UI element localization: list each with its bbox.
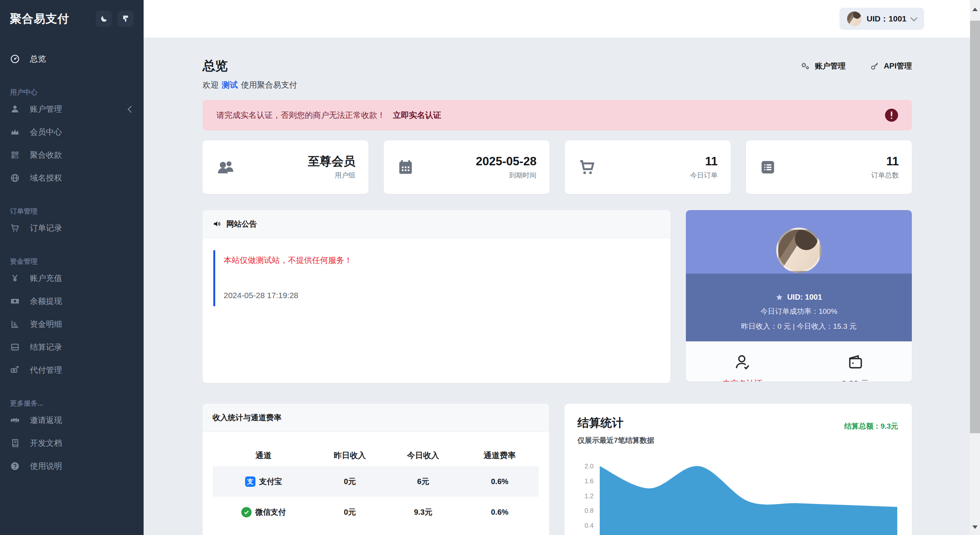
cart-icon (10, 223, 20, 233)
column-header: 今日收入 (386, 445, 461, 466)
sidebar-item-overview[interactable]: 总览 (0, 47, 144, 70)
svg-text:0.8: 0.8 (584, 507, 594, 514)
sidebar-item-label: 域名授权 (30, 173, 62, 183)
sidebar: 聚合易支付 总览 用户中心 (0, 0, 144, 535)
sidebar-item-label: 结算记录 (30, 342, 62, 352)
wechat-icon (241, 507, 252, 517)
alipay-icon: 支 (245, 476, 255, 487)
welcome-line: 欢迎 测试 使用聚合易支付 (203, 79, 912, 91)
sidebar-item-settlement-records[interactable]: 结算记录 (0, 336, 144, 359)
sidebar-item-label: 资金明细 (30, 319, 62, 329)
stat-card-expiry: 2025-05-28 到期时间 (384, 140, 550, 194)
user-menu-button[interactable]: UID：1001 (839, 8, 924, 30)
yesterday-income: 0元 (314, 466, 386, 497)
income-table: 通道 昨日收入 今日收入 通道费率 支 (213, 445, 539, 527)
sidebar-item-invite-rebate[interactable]: 邀请返现 (0, 409, 144, 432)
list-icon (759, 158, 777, 176)
sidebar-item-recharge[interactable]: 账户充值 (0, 267, 144, 290)
payout-icon (10, 365, 20, 375)
verify-alert-banner: 请完成实名认证，否则您的商户无法正常收款！ 立即实名认证 (203, 100, 912, 130)
announcement-header: 网站公告 (203, 210, 671, 238)
stat-value: 2025-05-28 (476, 155, 537, 168)
column-header: 昨日收入 (314, 445, 386, 466)
settlement-total-badge: 结算总额：9.3元 (844, 421, 898, 431)
uid-label: UID：1001 (867, 13, 906, 24)
api-manage-label: API管理 (884, 61, 912, 71)
channel-rate: 0.6% (461, 466, 539, 497)
yesterday-income: 0元 (314, 497, 386, 527)
settlement-subtitle: 仅展示最近7笔结算数据 (578, 436, 899, 445)
settlement-area (600, 466, 897, 535)
key-icon (870, 62, 879, 71)
account-manage-link[interactable]: 账户管理 (800, 61, 846, 71)
sidebar-item-fund-details[interactable]: 资金明细 (0, 313, 144, 336)
username-link[interactable]: 测试 (222, 80, 238, 90)
sidebar-item-label: 账户管理 (30, 104, 62, 114)
dashboard-icon (10, 54, 20, 64)
sidebar-item-dev-docs[interactable]: 开发文档 (0, 432, 144, 455)
sidebar-item-label: 总览 (30, 54, 46, 64)
sidebar-item-account[interactable]: 账户管理 (0, 98, 144, 121)
question-circle-icon (10, 461, 20, 471)
stat-label: 订单总数 (871, 171, 899, 180)
sidebar-header: 聚合易支付 (0, 0, 144, 38)
income-table-header: 收入统计与通道费率 (203, 404, 549, 432)
theme-button[interactable] (118, 11, 134, 27)
sidebar-item-label: 余额提现 (30, 296, 62, 307)
income-table-title: 收入统计与通道费率 (213, 413, 281, 423)
sidebar-item-membership[interactable]: 会员中心 (0, 121, 144, 144)
today-income: 6元 (386, 466, 461, 497)
sidebar-section-funds: 资金管理 (0, 257, 144, 267)
sidebar-section-orders: 订单管理 (0, 207, 144, 217)
cart-icon (578, 158, 596, 176)
channel-name: 微信支付 (255, 507, 286, 517)
welcome-suffix: 使用聚合易支付 (241, 80, 297, 90)
stat-card-total-orders: 11 订单总数 (746, 140, 912, 194)
verify-status-block[interactable]: 未实名认证 (686, 353, 799, 382)
stat-card-user-group: 至尊会员 用户组 (203, 140, 368, 194)
settlement-chart-card: 结算统计 结算总额：9.3元 仅展示最近7笔结算数据 2.01.61.20.80… (564, 404, 912, 535)
dark-mode-button[interactable] (96, 11, 112, 27)
record-icon (10, 342, 20, 352)
verify-status-label: 未实名认证 (686, 378, 799, 382)
gears-icon (800, 62, 810, 71)
profile-uid: UID: 1001 (787, 293, 822, 302)
api-manage-link[interactable]: API管理 (870, 61, 912, 71)
announcement-date: 2024-05-28 17:19:28 (224, 291, 660, 300)
sidebar-item-aggregate-collect[interactable]: 聚合收款 (0, 144, 144, 166)
today-income: 9.3元 (386, 497, 461, 527)
sidebar-nav: 总览 用户中心 账户管理 会员中心 聚合收 (0, 38, 144, 478)
settlement-chart: 2.01.61.20.80.4 (578, 452, 899, 535)
sidebar-section-more: 更多服务... (0, 399, 144, 409)
sidebar-section-user-center: 用户中心 (0, 88, 144, 98)
profile-success-rate: 今日订单成功率：100% (686, 307, 912, 316)
sidebar-item-help[interactable]: 使用说明 (0, 455, 144, 478)
sidebar-item-domain-auth[interactable]: 域名授权 (0, 166, 144, 189)
verify-now-link[interactable]: 立即实名认证 (393, 110, 441, 121)
sidebar-item-withdraw[interactable]: 余额提现 (0, 290, 144, 313)
qrcode-icon (10, 150, 20, 160)
svg-text:1.2: 1.2 (584, 493, 594, 500)
announcement-card: 网站公告 本站仅做测试站，不提供任何服务！ 2024-05-28 17:19:2… (203, 210, 671, 383)
scroll-down-arrow-icon[interactable] (972, 525, 978, 529)
scroll-up-arrow-icon[interactable] (972, 8, 978, 11)
sidebar-item-order-records[interactable]: 订单记录 (0, 217, 144, 240)
chart-yticks: 2.01.61.20.80.4 (584, 463, 594, 529)
speaker-icon (213, 219, 222, 228)
stats-row: 至尊会员 用户组 2025-05-28 到期时间 (203, 140, 912, 194)
sidebar-item-label: 订单记录 (30, 223, 62, 233)
column-header: 通道费率 (461, 445, 539, 466)
vertical-scrollbar[interactable] (970, 0, 980, 535)
chevron-down-icon (910, 14, 917, 21)
sidebar-item-label: 使用说明 (30, 461, 62, 471)
wallet-icon (846, 353, 865, 371)
page-title: 总览 (203, 57, 228, 75)
sidebar-item-payout[interactable]: 代付管理 (0, 359, 144, 382)
star-icon (775, 294, 783, 301)
sidebar-item-label: 开发文档 (30, 438, 62, 449)
calendar-icon (397, 158, 414, 176)
chart-bars-icon (10, 319, 20, 329)
scrollbar-thumb[interactable] (970, 21, 980, 433)
svg-text:1.6: 1.6 (584, 478, 594, 485)
profile-stats: UID: 1001 今日订单成功率：100% 昨日收入：0 元 | 今日收入：1… (686, 274, 912, 341)
